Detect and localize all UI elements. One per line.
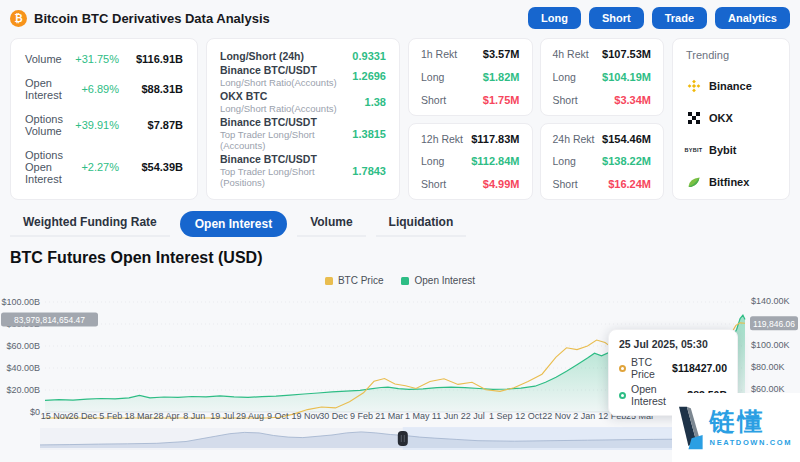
stat-change: +31.75% (63, 53, 119, 65)
x-axis-tick: 18 Mar (125, 411, 153, 421)
rekt-long-label: Long (421, 155, 444, 167)
legend-item-open-interest[interactable]: Open Interest (401, 275, 475, 286)
rekt-card-12h[interactable]: 12h Rekt$117.83M Long$112.84M Short$4.99… (408, 123, 533, 201)
bitcoin-icon: ₿ (10, 10, 27, 27)
ratio-value: 1.38 (365, 96, 386, 108)
ratio-row[interactable]: Binance BTC/USDT Top Trader Long/Short (… (220, 116, 386, 151)
bitfinex-icon (686, 174, 701, 189)
ratio-label: Binance BTC/USDT (220, 64, 352, 76)
rekt-title: 1h Rekt (421, 48, 457, 60)
rekt-card-1h[interactable]: 1h Rekt$3.57M Long$1.82M Short$1.75M (408, 38, 533, 116)
right-axis-badge-value: 119,846.06 (753, 319, 795, 329)
header: ₿ Bitcoin BTC Derivatives Data Analysis … (0, 0, 800, 36)
rekt-total: $107.53M (602, 48, 651, 60)
ratio-sublabel: Long/Short Ratio(Accounts) (220, 103, 365, 114)
trending-item-bybit[interactable]: BYBIT Bybit (686, 142, 776, 157)
chart-title: BTC Futures Open Interest (USD) (10, 249, 790, 267)
stat-change: +2.27% (63, 161, 119, 173)
ratio-sublabel: Top Trader Long/Short (Accounts) (220, 129, 352, 151)
tooltip-datetime: 25 Jul 2025, 05:30 (619, 338, 727, 350)
trending-item-okx[interactable]: OKX (686, 110, 776, 125)
rekt-card-4h[interactable]: 4h Rekt$107.53M Long$104.19M Short$3.34M (540, 38, 665, 116)
neatdown-brand: 链懂 (710, 408, 766, 436)
long-button[interactable]: Long (528, 7, 581, 29)
navigator-handle[interactable] (398, 431, 408, 446)
trending-item-bitfinex[interactable]: Bitfinex (686, 174, 776, 189)
rekt-long-label: Long (553, 155, 576, 167)
x-axis-tick: 22 Jul (461, 411, 485, 421)
x-axis-tick: 9 Oct (267, 411, 289, 421)
trade-button[interactable]: Trade (652, 7, 707, 29)
x-axis-tick: 8 Jun (183, 411, 205, 421)
ratio-label: Binance BTC/USDT (220, 153, 352, 165)
rekt-cards: 1h Rekt$3.57M Long$1.82M Short$1.75M 4h … (408, 38, 664, 200)
stat-label: Options Open Interest (25, 149, 63, 185)
page-title: Bitcoin BTC Derivatives Data Analysis (34, 11, 270, 26)
x-axis-tick: 5 Feb (99, 411, 122, 421)
rekt-total: $3.57M (483, 48, 520, 60)
right-axis-tick: $140.00K (751, 296, 790, 306)
rekt-card-24h[interactable]: 24h Rekt$154.46M Long$138.22M Short$16.2… (540, 123, 665, 201)
ratio-row[interactable]: OKX BTC Long/Short Ratio(Accounts) 1.38 (220, 90, 386, 114)
tab-weighted-funding-rate[interactable]: Weighted Funding Rate (10, 210, 170, 237)
trending-item-label: Bybit (709, 144, 737, 156)
right-axis-tick: $100.00K (751, 340, 790, 350)
tab-open-interest[interactable]: Open Interest (180, 211, 287, 237)
bybit-icon: BYBIT (686, 142, 701, 157)
rekt-short-label: Short (553, 94, 578, 106)
trending-item-label: Binance (709, 80, 752, 92)
tooltip-row-btc-price: BTC Price $118427.00 (619, 356, 727, 380)
neatdown-domain: NEATDOWN.COM (710, 438, 792, 447)
header-buttons: Long Short Trade Analytics (528, 7, 790, 29)
ratio-sublabel: Top Trader Long/Short (Positions) (220, 166, 352, 188)
rekt-title: 24h Rekt (553, 133, 595, 145)
stat-label: Volume (25, 53, 63, 65)
tab-liquidation[interactable]: Liquidation (376, 210, 467, 237)
ratio-row[interactable]: Binance BTC/USDT Long/Short Ratio(Accoun… (220, 64, 386, 88)
header-left: ₿ Bitcoin BTC Derivatives Data Analysis (10, 10, 270, 27)
stat-row-open-interest[interactable]: Open Interest +6.89% $88.31B (25, 77, 183, 101)
analytics-button[interactable]: Analytics (715, 7, 790, 29)
ratio-row[interactable]: Long/Short (24h) 0.9331 (220, 50, 386, 62)
rekt-short-value: $3.34M (614, 94, 651, 106)
trending-item-binance[interactable]: Binance (686, 78, 776, 93)
tab-volume[interactable]: Volume (297, 210, 365, 237)
stat-change: +39.91% (63, 119, 119, 131)
rekt-long-value: $1.82M (483, 71, 520, 83)
legend-label: Open Interest (414, 275, 475, 286)
x-axis-tick: 19 Nov (291, 411, 320, 421)
legend-item-btc-price[interactable]: BTC Price (325, 275, 384, 286)
stat-value: $88.31B (119, 83, 183, 95)
ratio-label: Binance BTC/USDT (220, 116, 352, 128)
trending-card: Trending Binance OKX BYBIT Bybit (672, 38, 790, 200)
neatdown-watermark: 链懂 NEATDOWN.COM (672, 393, 800, 462)
stat-label: Options Volume (25, 113, 63, 137)
binance-icon (686, 78, 701, 93)
summary-cards: Volume +31.75% $116.91B Open Interest +6… (10, 38, 790, 200)
volume-stats-card: Volume +31.75% $116.91B Open Interest +6… (10, 38, 198, 200)
ratio-value: 1.7843 (352, 165, 386, 177)
btc-price-dot-icon (619, 365, 626, 372)
rekt-short-label: Short (421, 178, 446, 190)
x-axis-tick: 12 Oct (515, 411, 542, 421)
open-interest-swatch (401, 277, 409, 285)
rekt-long-value: $104.19M (602, 71, 651, 83)
ratio-row[interactable]: Binance BTC/USDT Top Trader Long/Short (… (220, 153, 386, 188)
stat-value: $116.91B (119, 53, 183, 65)
stat-row-volume[interactable]: Volume +31.75% $116.91B (25, 53, 183, 65)
trending-item-label: Bitfinex (709, 176, 749, 188)
ratio-sublabel: Long/Short Ratio(Accounts) (220, 77, 352, 88)
stat-row-options-open-interest[interactable]: Options Open Interest +2.27% $54.39B (25, 149, 183, 185)
rekt-long-label: Long (421, 71, 444, 83)
left-axis-tick: $0 (30, 407, 40, 417)
short-button[interactable]: Short (589, 7, 644, 29)
x-axis-tick: 11 Jun (432, 411, 458, 421)
neatdown-logo-icon (679, 401, 703, 455)
rekt-total: $117.83M (471, 133, 519, 145)
stat-label: Open Interest (25, 77, 63, 101)
stat-row-options-volume[interactable]: Options Volume +39.91% $7.87B (25, 113, 183, 137)
legend-label: BTC Price (338, 275, 384, 286)
ratio-label: OKX BTC (220, 90, 365, 102)
open-interest-dot-icon (619, 392, 626, 399)
x-axis-tick: 19 Jul (210, 411, 234, 421)
